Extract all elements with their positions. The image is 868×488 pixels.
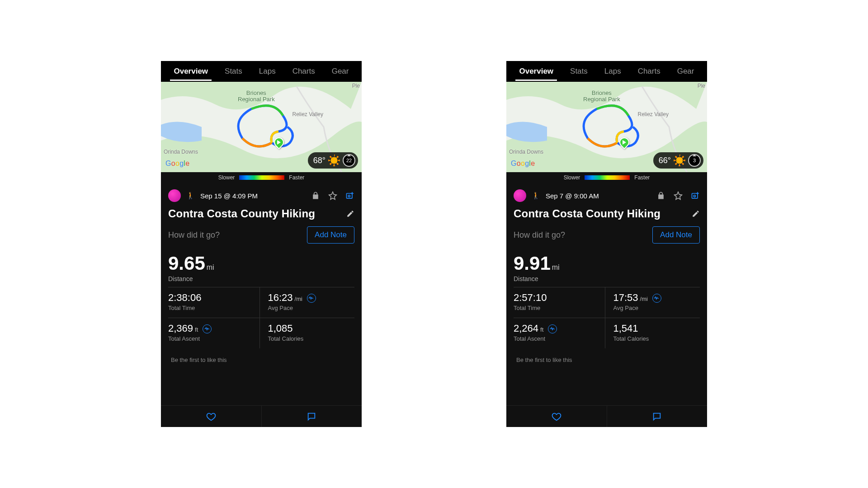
star-icon[interactable] <box>328 191 337 200</box>
temperature-value: 68° <box>313 156 326 165</box>
hiking-icon: 🚶 <box>532 192 540 200</box>
tab-overview[interactable]: Overview <box>515 62 557 80</box>
ascent-value: 2,369 <box>168 323 193 334</box>
activity-title: Contra Costa County Hiking <box>514 207 660 220</box>
weather-pill[interactable]: 68° 22 <box>308 152 358 169</box>
svg-point-5 <box>693 195 695 197</box>
map-label-orinda: Orinda Downs <box>164 149 198 155</box>
pace-graph-icon[interactable] <box>652 294 661 303</box>
pace-spectrum <box>239 175 284 180</box>
map-label-ple: Ple <box>698 83 705 89</box>
svg-rect-4 <box>692 193 698 198</box>
distance-label: Distance <box>168 275 354 282</box>
tab-bar: Overview Stats Laps Charts Gear <box>161 61 362 82</box>
distance-unit: mi <box>552 263 560 271</box>
edit-icon[interactable] <box>692 210 700 218</box>
like-button[interactable] <box>506 406 607 427</box>
add-note-button[interactable]: Add Note <box>307 226 354 244</box>
avg-pace-label: Avg Pace <box>613 305 700 311</box>
total-time-label: Total Time <box>514 305 600 311</box>
distance-value: 9.91 <box>514 253 551 274</box>
legend-slower: Slower <box>218 174 235 181</box>
hiking-icon: 🚶 <box>186 192 195 200</box>
weather-pill[interactable]: 66° 3 <box>653 152 703 169</box>
card-footer <box>161 405 362 427</box>
route-map[interactable]: BrionesRegional Park Reliez Valley Orind… <box>506 82 707 172</box>
add-photo-icon[interactable] <box>691 191 700 200</box>
ascent-graph-icon[interactable] <box>203 324 212 333</box>
legend-faster: Faster <box>289 174 304 181</box>
map-park-label: BrionesRegional Park <box>583 90 620 103</box>
card-footer <box>506 405 707 427</box>
edit-icon[interactable] <box>346 210 354 218</box>
route-map[interactable]: BrionesRegional Park Reliez Valley Orind… <box>161 82 362 172</box>
pace-spectrum <box>585 175 630 180</box>
wind-badge: 22 <box>343 154 355 167</box>
sun-icon <box>328 155 340 166</box>
google-logo: Google <box>165 160 189 168</box>
gps-track <box>574 102 646 161</box>
calories-label: Total Calories <box>268 335 355 342</box>
note-prompt: How did it go? <box>514 230 565 240</box>
ascent-value: 2,264 <box>514 323 538 334</box>
pace-legend: Slower Faster <box>506 172 707 183</box>
activity-card: Overview Stats Laps Charts Gear BrionesR… <box>506 61 707 427</box>
like-prompt: Be the first to like this <box>506 348 707 367</box>
ascent-label: Total Ascent <box>168 335 255 342</box>
activity-title: Contra Costa County Hiking <box>168 207 315 220</box>
pace-legend: Slower Faster <box>161 172 362 183</box>
calories-label: Total Calories <box>613 335 700 342</box>
ascent-unit: ft <box>195 326 198 333</box>
like-button[interactable] <box>161 406 262 427</box>
ascent-unit: ft <box>540 326 543 333</box>
avg-pace-value: 16:23 <box>268 292 293 304</box>
total-time-value: 2:57:10 <box>514 292 547 304</box>
avg-pace-value: 17:53 <box>613 292 638 304</box>
ascent-graph-icon[interactable] <box>548 324 557 333</box>
avatar[interactable] <box>514 189 526 202</box>
tab-laps[interactable]: Laps <box>255 62 279 80</box>
svg-point-2 <box>348 195 350 197</box>
star-icon[interactable] <box>674 191 683 200</box>
gps-track <box>229 102 301 161</box>
activity-meta-row: 🚶 Sep 7 @ 9:00 AM <box>506 183 707 206</box>
calories-value: 1,541 <box>613 323 638 334</box>
sun-icon <box>674 155 685 166</box>
total-time-label: Total Time <box>168 305 255 311</box>
comment-button[interactable] <box>262 406 362 427</box>
note-prompt: How did it go? <box>168 230 220 240</box>
tab-charts[interactable]: Charts <box>289 62 319 80</box>
map-label-ple: Ple <box>352 83 360 89</box>
tab-bar: Overview Stats Laps Charts Gear <box>506 61 707 82</box>
tab-gear[interactable]: Gear <box>328 62 353 80</box>
temperature-value: 66° <box>659 156 671 165</box>
google-logo: Google <box>511 160 535 168</box>
total-time-value: 2:38:06 <box>168 292 201 304</box>
tab-stats[interactable]: Stats <box>566 62 591 80</box>
lock-icon[interactable] <box>656 191 665 200</box>
activity-card: Overview Stats Laps Charts Gear BrionesR… <box>161 61 362 427</box>
activity-timestamp: Sep 7 @ 9:00 AM <box>546 192 599 200</box>
avatar[interactable] <box>168 189 181 202</box>
distance-unit: mi <box>207 263 214 271</box>
comment-button[interactable] <box>607 406 708 427</box>
tab-charts[interactable]: Charts <box>634 62 664 80</box>
lock-icon[interactable] <box>311 191 320 200</box>
legend-faster: Faster <box>634 174 650 181</box>
tab-gear[interactable]: Gear <box>674 62 698 80</box>
add-note-button[interactable]: Add Note <box>652 226 700 244</box>
avg-pace-unit: /mi <box>295 296 302 302</box>
pace-graph-icon[interactable] <box>307 294 316 303</box>
activity-meta-row: 🚶 Sep 15 @ 4:09 PM <box>161 183 362 206</box>
ascent-label: Total Ascent <box>514 335 600 342</box>
add-photo-icon[interactable] <box>345 191 354 200</box>
map-label-orinda: Orinda Downs <box>509 149 543 155</box>
tab-stats[interactable]: Stats <box>221 62 246 80</box>
tab-laps[interactable]: Laps <box>601 62 625 80</box>
svg-rect-1 <box>347 193 353 198</box>
map-park-label: BrionesRegional Park <box>238 90 275 103</box>
avg-pace-label: Avg Pace <box>268 305 355 311</box>
wind-badge: 3 <box>688 154 701 167</box>
tab-overview[interactable]: Overview <box>170 62 212 80</box>
distance-label: Distance <box>514 275 700 282</box>
